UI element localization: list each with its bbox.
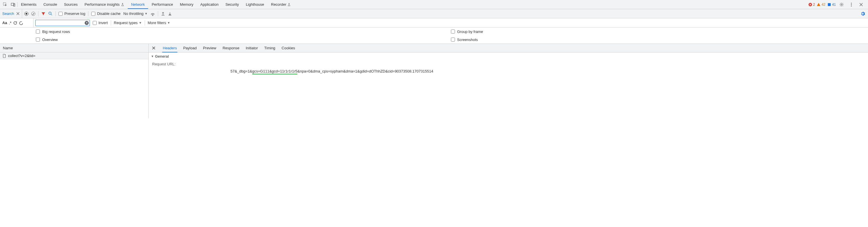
- preserve-log-checkbox[interactable]: Preserve log: [59, 11, 85, 16]
- network-conditions-icon[interactable]: [150, 11, 155, 16]
- close-devtools-icon[interactable]: [857, 1, 865, 9]
- search-icon[interactable]: [48, 11, 53, 16]
- big-request-rows-input[interactable]: [36, 30, 40, 34]
- network-settings-icon[interactable]: [861, 11, 868, 16]
- clear-button[interactable]: [31, 12, 35, 16]
- tab-performance-insights[interactable]: Performance insights: [81, 1, 128, 8]
- request-types-label: Request types: [114, 21, 138, 25]
- url-highlighted-segment: gcs=G111&gcd=11r1r1r1r5: [252, 69, 298, 75]
- request-row[interactable]: collect?v=2&tid=: [0, 52, 148, 59]
- main-tabs-right: 2 42 41: [808, 1, 867, 9]
- svg-point-8: [851, 5, 852, 6]
- device-toolbar-icon[interactable]: [9, 1, 17, 9]
- filter-icon[interactable]: [41, 12, 45, 16]
- svg-point-10: [152, 15, 153, 16]
- issue-badge[interactable]: 41: [827, 3, 836, 7]
- close-detail-icon[interactable]: [150, 46, 157, 49]
- upload-har-icon[interactable]: [161, 12, 165, 16]
- detail-tabbar: Headers Payload Preview Response Initiat…: [149, 44, 868, 52]
- group-by-frame-checkbox[interactable]: Group by frame: [451, 28, 866, 36]
- overview-label: Overview: [42, 38, 58, 42]
- clear-search-icon[interactable]: [19, 21, 23, 25]
- divider: [55, 11, 56, 16]
- regex-button[interactable]: .*: [9, 21, 11, 25]
- error-count: 2: [813, 3, 815, 7]
- network-options: Big request rows Group by frame Overview…: [0, 28, 868, 44]
- file-icon: [2, 54, 6, 58]
- tab-recorder[interactable]: Recorder: [268, 1, 294, 8]
- big-request-rows-checkbox[interactable]: Big request rows: [36, 28, 451, 36]
- devtools-main-tabbar: Elements Console Sources Performance ins…: [0, 0, 868, 9]
- group-by-frame-input[interactable]: [451, 30, 455, 34]
- detail-tab-initiator[interactable]: Initiator: [245, 44, 259, 52]
- tab-label: Performance insights: [85, 2, 120, 7]
- network-split: Name collect?v=2&tid= Headers Payload Pr…: [0, 44, 868, 118]
- invert-input[interactable]: [93, 21, 97, 25]
- disable-cache-label: Disable cache: [97, 11, 121, 16]
- clear-filter-icon[interactable]: ✕: [85, 21, 89, 25]
- name-column-header[interactable]: Name: [0, 44, 148, 52]
- detail-tab-payload[interactable]: Payload: [183, 44, 197, 52]
- more-filters-dropdown[interactable]: More filters ▼: [148, 21, 170, 25]
- tab-performance[interactable]: Performance: [148, 1, 176, 8]
- issue-icon: [827, 3, 831, 7]
- more-filters-label: More filters: [148, 21, 166, 25]
- chevron-down-icon: ▼: [139, 21, 142, 24]
- request-types-dropdown[interactable]: Request types ▼: [114, 21, 142, 25]
- url-segment: 57&_dbg=1&: [230, 69, 252, 73]
- more-menu-icon[interactable]: [847, 1, 856, 9]
- big-request-rows-label: Big request rows: [42, 30, 70, 34]
- throttling-select[interactable]: No throttling ▼: [123, 11, 148, 16]
- svg-point-9: [49, 12, 51, 14]
- disable-cache-input[interactable]: [91, 12, 95, 16]
- tab-sources[interactable]: Sources: [61, 1, 81, 8]
- search-label: Search: [2, 11, 14, 16]
- tab-console[interactable]: Console: [40, 1, 61, 8]
- request-url-value: 57&_dbg=1&gcs=G111&gcd=11r1r1r1r5&npa=0&…: [149, 68, 868, 75]
- detail-tab-cookies[interactable]: Cookies: [281, 44, 296, 52]
- invert-checkbox[interactable]: Invert: [93, 21, 108, 25]
- divider: [38, 11, 38, 16]
- download-har-icon[interactable]: [168, 12, 172, 16]
- tab-lighthouse[interactable]: Lighthouse: [242, 1, 268, 8]
- filter-input[interactable]: [35, 20, 90, 26]
- request-list: Name collect?v=2&tid=: [0, 44, 149, 118]
- close-search-icon[interactable]: [17, 12, 20, 15]
- settings-gear-icon[interactable]: [838, 1, 846, 9]
- tab-elements[interactable]: Elements: [18, 1, 40, 8]
- preserve-log-label: Preserve log: [64, 11, 85, 16]
- disclosure-triangle-icon: ▼: [151, 55, 154, 58]
- detail-tab-response[interactable]: Response: [222, 44, 240, 52]
- inspect-element-icon[interactable]: [1, 1, 9, 9]
- request-detail: Headers Payload Preview Response Initiat…: [149, 44, 868, 118]
- request-name: collect?v=2&tid=: [8, 53, 35, 58]
- tab-application[interactable]: Application: [197, 1, 222, 8]
- overview-checkbox[interactable]: Overview: [36, 36, 451, 44]
- tab-security[interactable]: Security: [222, 1, 242, 8]
- overview-input[interactable]: [36, 38, 40, 42]
- disable-cache-checkbox[interactable]: Disable cache: [91, 11, 121, 16]
- screenshots-checkbox[interactable]: Screenshots: [451, 36, 866, 44]
- main-tabs-left: Elements Console Sources Performance ins…: [1, 1, 808, 9]
- search-tools: Aa .*: [0, 18, 34, 27]
- filter-input-wrapper: ✕: [35, 20, 90, 26]
- warning-badge[interactable]: 42: [817, 3, 825, 7]
- tab-memory[interactable]: Memory: [177, 1, 197, 8]
- tab-network[interactable]: Network: [128, 1, 148, 9]
- screenshots-label: Screenshots: [457, 38, 478, 42]
- detail-tab-headers[interactable]: Headers: [162, 44, 177, 52]
- warning-count: 42: [822, 3, 825, 7]
- invert-label: Invert: [98, 21, 108, 25]
- request-url-label: Request URL:: [152, 62, 229, 66]
- error-badge[interactable]: 2: [808, 3, 815, 7]
- screenshots-input[interactable]: [451, 38, 455, 42]
- general-section-header[interactable]: ▼ General: [149, 52, 868, 60]
- refresh-icon[interactable]: [13, 21, 17, 25]
- preserve-log-input[interactable]: [59, 12, 63, 16]
- detail-tab-preview[interactable]: Preview: [203, 44, 217, 52]
- detail-tab-timing[interactable]: Timing: [264, 44, 276, 52]
- match-case-button[interactable]: Aa: [2, 21, 7, 25]
- issue-count: 41: [832, 3, 836, 7]
- record-button[interactable]: [24, 12, 28, 16]
- svg-rect-4: [828, 3, 831, 6]
